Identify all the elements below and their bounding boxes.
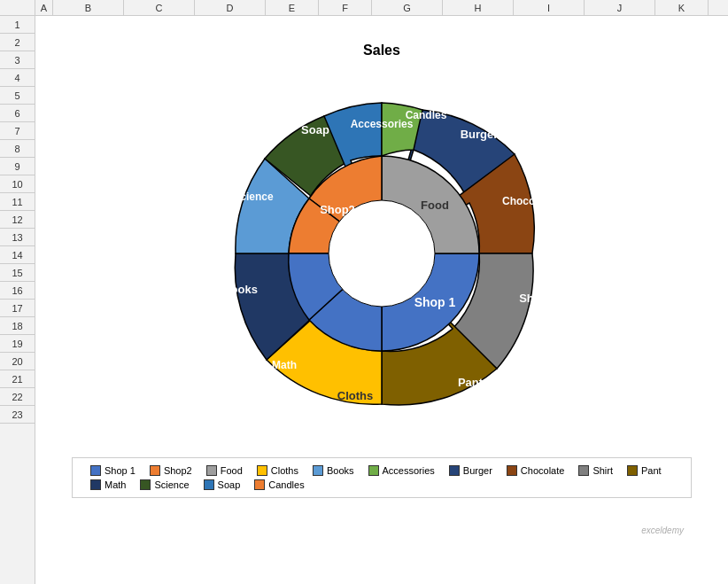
- label-math: Math: [272, 359, 297, 371]
- legend-label-books: Books: [327, 465, 354, 476]
- legend-label-cloths: Cloths: [271, 465, 298, 476]
- legend-label-soap: Soap: [218, 479, 241, 490]
- center-hole: [329, 200, 435, 307]
- legend-color-books: [313, 465, 323, 476]
- col-header-j: J: [585, 0, 655, 15]
- col-header-f: F: [319, 0, 372, 15]
- legend-item-shop2: Shop2: [150, 465, 192, 476]
- legend-color-science: [140, 479, 151, 490]
- legend-label-science: Science: [154, 479, 189, 490]
- label-cloths: Cloths: [337, 389, 373, 402]
- legend-item-soap: Soap: [204, 479, 241, 490]
- col-header-k: K: [655, 0, 709, 15]
- legend-item-pant: Pant: [627, 465, 662, 476]
- label-food: Food: [421, 199, 449, 212]
- legend-color-shop1: [90, 465, 101, 476]
- label-shop2: Shop2: [320, 203, 355, 216]
- legend-color-burger: [449, 465, 460, 476]
- col-header-d: D: [195, 0, 266, 15]
- legend-item-burger: Burger: [449, 465, 492, 476]
- label-shirt: Shirt: [519, 292, 546, 305]
- col-header-e: E: [266, 0, 319, 15]
- col-header-h: H: [443, 0, 514, 15]
- col-header-c: C: [124, 0, 195, 15]
- label-chocolate: Chocolate: [502, 195, 554, 207]
- legend-item-food: Food: [206, 465, 243, 476]
- label-candles: Candles: [406, 109, 447, 121]
- legend-color-accessories: [368, 465, 379, 476]
- legend-color-chocolate: [507, 465, 517, 476]
- legend-item-shirt: Shirt: [578, 465, 613, 476]
- legend-color-soap: [204, 479, 214, 490]
- donut-chart: Burger Chocolate Shirt Pant Cloths Math …: [169, 67, 594, 448]
- legend-label-food: Food: [221, 465, 243, 476]
- legend-color-food: [206, 465, 217, 476]
- legend-item-candles: Candles: [254, 479, 304, 490]
- label-accessories: Accessories: [351, 118, 414, 130]
- legend-color-pant: [627, 465, 638, 476]
- label-pant: Pant: [458, 376, 484, 389]
- legend-item-accessories: Accessories: [368, 465, 435, 476]
- col-header-a: A: [35, 0, 53, 15]
- col-header-b: B: [53, 0, 124, 15]
- legend-item-science: Science: [140, 479, 189, 490]
- legend-item-chocolate: Chocolate: [507, 465, 565, 476]
- legend-label-pant: Pant: [641, 465, 662, 476]
- label-books: Books: [222, 283, 258, 296]
- legend-item-math: Math: [90, 479, 126, 490]
- legend-color-candles: [254, 479, 265, 490]
- label-burger: Burger: [461, 128, 499, 141]
- legend-item-cloths: Cloths: [257, 465, 298, 476]
- label-soap: Soap: [301, 123, 329, 136]
- row-headers: 1 2 3 4 5 6 7 8 9 10 11 12 13 14 15 16 1…: [0, 16, 35, 584]
- col-header-g: G: [372, 0, 443, 15]
- legend-item-books: Books: [313, 465, 354, 476]
- legend-item-shop1: Shop 1: [90, 465, 136, 476]
- label-shop1: Shop 1: [414, 295, 456, 309]
- chart-area: Burger Chocolate Shirt Pant Cloths Math …: [169, 67, 594, 448]
- legend-label-shop1: Shop 1: [105, 465, 136, 476]
- legend-color-shirt: [578, 465, 589, 476]
- legend-label-shirt: Shirt: [592, 465, 613, 476]
- col-header-i: I: [514, 0, 585, 15]
- watermark: exceldemy: [641, 526, 684, 535]
- legend: Shop 1 Shop2 Food Cloths Books: [72, 457, 692, 498]
- legend-color-shop2: [150, 465, 160, 476]
- legend-label-shop2: Shop2: [164, 465, 192, 476]
- legend-label-candles: Candles: [268, 479, 304, 490]
- chart-title: Sales: [363, 43, 400, 58]
- legend-label-math: Math: [105, 479, 126, 490]
- legend-label-burger: Burger: [463, 465, 492, 476]
- legend-color-cloths: [257, 465, 267, 476]
- legend-label-accessories: Accessories: [383, 465, 435, 476]
- label-science: Science: [233, 191, 274, 203]
- legend-label-chocolate: Chocolate: [521, 465, 565, 476]
- legend-color-math: [90, 479, 101, 490]
- spreadsheet: A B C D E F G H I J K 1 2 3 4 5 6 7 8 9 …: [0, 0, 728, 584]
